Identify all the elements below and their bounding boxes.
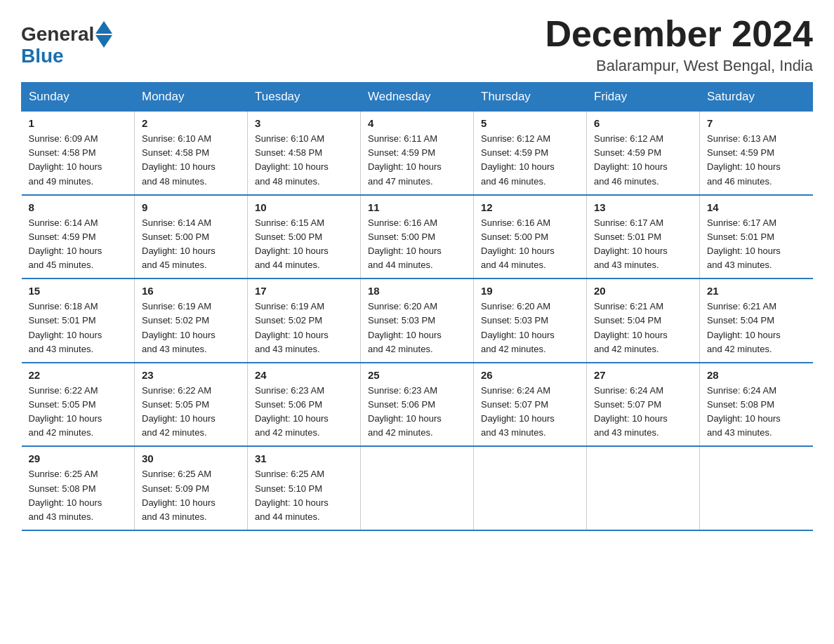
weekday-header-friday: Friday [587, 83, 700, 112]
day-number: 18 [368, 285, 466, 297]
day-number: 16 [142, 285, 240, 297]
day-info: Sunrise: 6:17 AMSunset: 5:01 PMDaylight:… [594, 216, 692, 273]
day-info: Sunrise: 6:22 AMSunset: 5:05 PMDaylight:… [29, 384, 128, 441]
calendar-cell: 7 Sunrise: 6:13 AMSunset: 4:59 PMDayligh… [700, 112, 813, 195]
day-info: Sunrise: 6:25 AMSunset: 5:09 PMDaylight:… [142, 467, 240, 524]
day-number: 25 [368, 369, 466, 381]
logo: General Blue [21, 21, 112, 67]
calendar-cell: 14 Sunrise: 6:17 AMSunset: 5:01 PMDaylig… [700, 195, 813, 279]
calendar-cell: 29 Sunrise: 6:25 AMSunset: 5:08 PMDaylig… [22, 446, 135, 530]
calendar-week-row: 8 Sunrise: 6:14 AMSunset: 4:59 PMDayligh… [22, 195, 813, 279]
day-info: Sunrise: 6:10 AMSunset: 4:58 PMDaylight:… [142, 132, 240, 189]
calendar-cell: 17 Sunrise: 6:19 AMSunset: 5:02 PMDaylig… [248, 279, 361, 363]
title-block: December 2024 Balarampur, West Bengal, I… [545, 14, 813, 75]
day-info: Sunrise: 6:24 AMSunset: 5:07 PMDaylight:… [594, 384, 692, 441]
day-info: Sunrise: 6:14 AMSunset: 4:59 PMDaylight:… [29, 216, 128, 273]
day-number: 30 [142, 452, 240, 464]
calendar-cell [361, 446, 474, 530]
day-number: 12 [481, 201, 579, 213]
day-number: 23 [142, 369, 240, 381]
day-number: 2 [142, 117, 240, 129]
calendar-cell: 18 Sunrise: 6:20 AMSunset: 5:03 PMDaylig… [361, 279, 474, 363]
day-info: Sunrise: 6:25 AMSunset: 5:10 PMDaylight:… [255, 467, 353, 524]
day-number: 8 [29, 201, 128, 213]
day-info: Sunrise: 6:21 AMSunset: 5:04 PMDaylight:… [707, 300, 806, 356]
day-number: 13 [594, 201, 692, 213]
day-number: 7 [707, 117, 806, 129]
day-info: Sunrise: 6:14 AMSunset: 5:00 PMDaylight:… [142, 216, 240, 273]
day-number: 24 [255, 369, 353, 381]
day-info: Sunrise: 6:13 AMSunset: 4:59 PMDaylight:… [707, 132, 806, 189]
day-number: 28 [707, 369, 806, 381]
day-number: 19 [481, 285, 579, 297]
day-number: 5 [481, 117, 579, 129]
calendar-cell: 15 Sunrise: 6:18 AMSunset: 5:01 PMDaylig… [22, 279, 135, 363]
day-info: Sunrise: 6:21 AMSunset: 5:04 PMDaylight:… [594, 300, 692, 356]
weekday-header-monday: Monday [135, 83, 248, 112]
calendar-cell: 19 Sunrise: 6:20 AMSunset: 5:03 PMDaylig… [474, 279, 587, 363]
day-info: Sunrise: 6:16 AMSunset: 5:00 PMDaylight:… [368, 216, 466, 273]
weekday-header-wednesday: Wednesday [361, 83, 474, 112]
weekday-header-saturday: Saturday [700, 83, 813, 112]
calendar-cell [700, 446, 813, 530]
calendar-cell: 21 Sunrise: 6:21 AMSunset: 5:04 PMDaylig… [700, 279, 813, 363]
day-number: 29 [29, 452, 128, 464]
logo-general: General [21, 23, 94, 46]
weekday-header-thursday: Thursday [474, 83, 587, 112]
location-subtitle: Balarampur, West Bengal, India [545, 57, 813, 75]
page-header: General Blue December 2024 Balarampur, W… [21, 14, 813, 75]
day-info: Sunrise: 6:15 AMSunset: 5:00 PMDaylight:… [255, 216, 353, 273]
day-info: Sunrise: 6:20 AMSunset: 5:03 PMDaylight:… [368, 300, 466, 356]
day-number: 15 [29, 285, 128, 297]
calendar-week-row: 1 Sunrise: 6:09 AMSunset: 4:58 PMDayligh… [22, 112, 813, 195]
calendar-cell: 24 Sunrise: 6:23 AMSunset: 5:06 PMDaylig… [248, 363, 361, 447]
weekday-header-row: SundayMondayTuesdayWednesdayThursdayFrid… [22, 83, 813, 112]
calendar-cell: 11 Sunrise: 6:16 AMSunset: 5:00 PMDaylig… [361, 195, 474, 279]
day-number: 31 [255, 452, 353, 464]
calendar-cell [474, 446, 587, 530]
day-number: 1 [29, 117, 128, 129]
day-info: Sunrise: 6:16 AMSunset: 5:00 PMDaylight:… [481, 216, 579, 273]
weekday-header-sunday: Sunday [22, 83, 135, 112]
day-info: Sunrise: 6:25 AMSunset: 5:08 PMDaylight:… [29, 467, 128, 524]
day-number: 27 [594, 369, 692, 381]
day-info: Sunrise: 6:12 AMSunset: 4:59 PMDaylight:… [594, 132, 692, 189]
day-info: Sunrise: 6:23 AMSunset: 5:06 PMDaylight:… [255, 384, 353, 441]
calendar-week-row: 15 Sunrise: 6:18 AMSunset: 5:01 PMDaylig… [22, 279, 813, 363]
calendar-cell: 22 Sunrise: 6:22 AMSunset: 5:05 PMDaylig… [22, 363, 135, 447]
day-number: 9 [142, 201, 240, 213]
day-info: Sunrise: 6:19 AMSunset: 5:02 PMDaylight:… [255, 300, 353, 356]
calendar-cell: 1 Sunrise: 6:09 AMSunset: 4:58 PMDayligh… [22, 112, 135, 195]
logo-blue: Blue [21, 45, 64, 67]
calendar-cell: 6 Sunrise: 6:12 AMSunset: 4:59 PMDayligh… [587, 112, 700, 195]
calendar-cell: 27 Sunrise: 6:24 AMSunset: 5:07 PMDaylig… [587, 363, 700, 447]
calendar-cell: 16 Sunrise: 6:19 AMSunset: 5:02 PMDaylig… [135, 279, 248, 363]
day-info: Sunrise: 6:22 AMSunset: 5:05 PMDaylight:… [142, 384, 240, 441]
calendar-cell: 13 Sunrise: 6:17 AMSunset: 5:01 PMDaylig… [587, 195, 700, 279]
calendar-cell: 23 Sunrise: 6:22 AMSunset: 5:05 PMDaylig… [135, 363, 248, 447]
month-year-title: December 2024 [545, 14, 813, 54]
calendar-cell: 28 Sunrise: 6:24 AMSunset: 5:08 PMDaylig… [700, 363, 813, 447]
calendar-cell: 9 Sunrise: 6:14 AMSunset: 5:00 PMDayligh… [135, 195, 248, 279]
day-number: 26 [481, 369, 579, 381]
day-number: 20 [594, 285, 692, 297]
day-info: Sunrise: 6:20 AMSunset: 5:03 PMDaylight:… [481, 300, 579, 356]
day-info: Sunrise: 6:11 AMSunset: 4:59 PMDaylight:… [368, 132, 466, 189]
calendar-cell: 3 Sunrise: 6:10 AMSunset: 4:58 PMDayligh… [248, 112, 361, 195]
calendar-cell: 5 Sunrise: 6:12 AMSunset: 4:59 PMDayligh… [474, 112, 587, 195]
calendar-table: SundayMondayTuesdayWednesdayThursdayFrid… [21, 82, 813, 531]
day-info: Sunrise: 6:24 AMSunset: 5:08 PMDaylight:… [707, 384, 806, 441]
calendar-cell: 10 Sunrise: 6:15 AMSunset: 5:00 PMDaylig… [248, 195, 361, 279]
day-info: Sunrise: 6:09 AMSunset: 4:58 PMDaylight:… [29, 132, 128, 189]
day-number: 11 [368, 201, 466, 213]
calendar-cell: 25 Sunrise: 6:23 AMSunset: 5:06 PMDaylig… [361, 363, 474, 447]
calendar-cell: 12 Sunrise: 6:16 AMSunset: 5:00 PMDaylig… [474, 195, 587, 279]
calendar-cell: 26 Sunrise: 6:24 AMSunset: 5:07 PMDaylig… [474, 363, 587, 447]
day-info: Sunrise: 6:19 AMSunset: 5:02 PMDaylight:… [142, 300, 240, 356]
weekday-header-tuesday: Tuesday [248, 83, 361, 112]
calendar-cell: 2 Sunrise: 6:10 AMSunset: 4:58 PMDayligh… [135, 112, 248, 195]
day-number: 17 [255, 285, 353, 297]
day-info: Sunrise: 6:23 AMSunset: 5:06 PMDaylight:… [368, 384, 466, 441]
calendar-cell: 4 Sunrise: 6:11 AMSunset: 4:59 PMDayligh… [361, 112, 474, 195]
day-info: Sunrise: 6:12 AMSunset: 4:59 PMDaylight:… [481, 132, 579, 189]
